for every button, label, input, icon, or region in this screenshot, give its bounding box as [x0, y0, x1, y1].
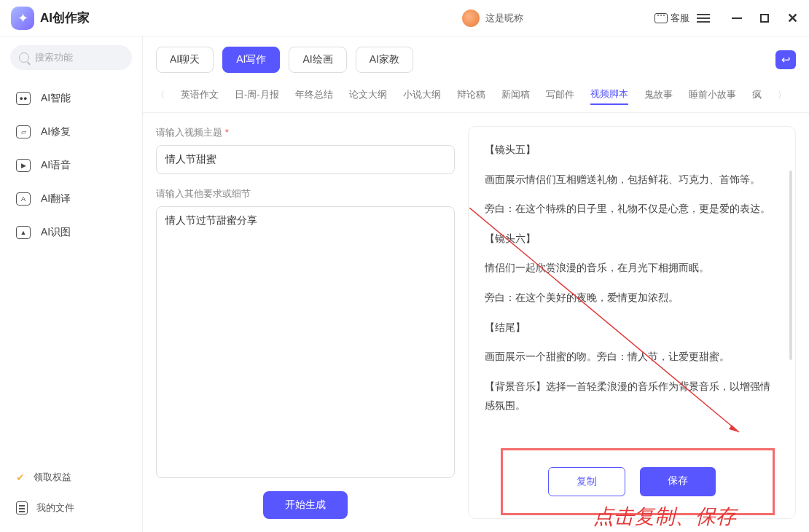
output-line: 【背景音乐】选择一首轻柔浪漫的音乐作为背景音乐，以增强情感氛围。: [485, 377, 779, 415]
copy-button[interactable]: 复制: [548, 467, 625, 496]
search-icon: [19, 52, 29, 63]
detail-textarea[interactable]: 情人节过节甜蜜分享: [156, 206, 455, 478]
user-info[interactable]: 这是昵称: [462, 9, 523, 27]
sidebar-files[interactable]: 我的文件: [10, 493, 132, 523]
main-tabs: AI聊天 AI写作 AI绘画 AI家教 ↩: [143, 36, 809, 79]
minimize-icon[interactable]: [732, 17, 742, 19]
back-button[interactable]: ↩: [775, 50, 796, 69]
close-icon[interactable]: ✕: [787, 10, 798, 26]
sidebar-item-ai-smart[interactable]: ●● AI智能: [10, 82, 132, 115]
subtab-active[interactable]: 视频脚本: [590, 85, 628, 105]
customer-service-label: 客服: [671, 12, 689, 25]
subtab[interactable]: 辩论稿: [457, 85, 485, 104]
output-line: 旁白：在这个美好的夜晚，爱情更加浓烈。: [485, 288, 779, 308]
output-buttons: 复制 保存: [485, 457, 779, 506]
sidebar-item-ai-translate[interactable]: A AI翻译: [10, 182, 132, 216]
vip-icon: ✔: [16, 472, 25, 483]
sidebar-item-label: AI语音: [41, 159, 71, 172]
tab-draw[interactable]: AI绘画: [289, 47, 346, 73]
detail-label: 请输入其他要求或细节: [156, 187, 455, 200]
subtab[interactable]: 论文大纲: [349, 85, 387, 104]
image-icon: ▲: [16, 226, 31, 239]
subtab[interactable]: 年终总结: [295, 85, 333, 104]
sidebar-item-label: AI智能: [41, 92, 71, 105]
sidebar-item-label: AI修复: [41, 125, 71, 138]
subtab[interactable]: 睡前小故事: [689, 85, 736, 104]
sidebar-item-label: AI识图: [41, 226, 71, 239]
vip-label: 领取权益: [34, 471, 71, 484]
main-area: AI聊天 AI写作 AI绘画 AI家教 ↩ 〈 英语作文 日-周-月报 年终总结…: [142, 36, 809, 532]
sidebar-item-ai-voice[interactable]: ▶ AI语音: [10, 149, 132, 182]
content: 请输入视频主题 * 情人节甜蜜 请输入其他要求或细节 情人节过节甜蜜分享 开始生…: [143, 113, 809, 532]
maximize-icon[interactable]: [760, 14, 769, 23]
output-line: 画面展示一个甜蜜的吻。旁白：情人节，让爱更甜蜜。: [485, 347, 779, 367]
sidebar-item-ai-repair[interactable]: ▱ AI修复: [10, 115, 132, 149]
sidebar-vip[interactable]: ✔ 领取权益: [10, 462, 132, 493]
topic-input[interactable]: 情人节甜蜜: [156, 145, 455, 174]
output-line: 旁白：在这个特殊的日子里，礼物不仅是心意，更是爱的表达。: [485, 199, 779, 219]
subtab[interactable]: 小说大纲: [403, 85, 441, 104]
tab-tutor[interactable]: AI家教: [356, 47, 413, 73]
app-title: AI创作家: [40, 9, 90, 26]
subtab[interactable]: 英语作文: [181, 85, 219, 104]
smart-icon: ●●: [16, 92, 31, 105]
chat-icon: [654, 13, 668, 23]
user-nickname: 这是昵称: [485, 12, 523, 25]
subtab[interactable]: 日-周-月报: [235, 85, 279, 104]
output-text: 【镜头五】 画面展示情侣们互相赠送礼物，包括鲜花、巧克力、首饰等。 旁白：在这个…: [485, 140, 779, 451]
translate-icon: A: [16, 192, 31, 206]
files-label: 我的文件: [36, 501, 74, 515]
subtab[interactable]: 疯: [752, 85, 762, 104]
annotation-text: 点击复制、保存: [593, 503, 736, 531]
voice-icon: ▶: [16, 159, 31, 172]
search-placeholder: 搜索功能: [35, 51, 73, 64]
window-controls: ✕: [732, 10, 798, 26]
tab-write[interactable]: AI写作: [222, 47, 280, 73]
sidebar-item-ai-image[interactable]: ▲ AI识图: [10, 216, 132, 249]
menu-icon[interactable]: [697, 14, 710, 23]
subtabs: 〈 英语作文 日-周-月报 年终总结 论文大纲 小说大纲 辩论稿 新闻稿 写邮件…: [143, 79, 809, 113]
titlebar: ✦ AI创作家 这是昵称 客服 ✕: [0, 0, 809, 36]
output-line: 画面展示情侣们互相赠送礼物，包括鲜花、巧克力、首饰等。: [485, 170, 779, 189]
app-logo-icon: ✦: [11, 7, 34, 30]
tab-chat[interactable]: AI聊天: [156, 47, 214, 73]
avatar-icon: [462, 9, 480, 27]
output-line: 情侣们一起欣赏浪漫的音乐，在月光下相拥而眠。: [485, 258, 779, 278]
output-line: 【镜头六】: [485, 229, 779, 249]
output-line: 【结尾】: [485, 318, 779, 337]
logo-wrap: ✦ AI创作家: [11, 7, 90, 30]
subtab[interactable]: 鬼故事: [644, 85, 673, 104]
chevron-left-icon[interactable]: 〈: [156, 89, 165, 101]
generate-button[interactable]: 开始生成: [263, 491, 348, 519]
input-panel: 请输入视频主题 * 情人节甜蜜 请输入其他要求或细节 情人节过节甜蜜分享 开始生…: [156, 126, 455, 519]
subtab[interactable]: 写邮件: [546, 85, 574, 104]
chevron-right-icon[interactable]: 〉: [778, 89, 786, 101]
output-panel: 【镜头五】 画面展示情侣们互相赠送礼物，包括鲜花、巧克力、首饰等。 旁白：在这个…: [468, 126, 796, 519]
output-line: 【镜头五】: [485, 140, 779, 160]
customer-service-button[interactable]: 客服: [654, 12, 689, 25]
sidebar-item-label: AI翻译: [41, 192, 71, 206]
topic-label: 请输入视频主题 *: [156, 126, 455, 139]
repair-icon: ▱: [16, 125, 31, 138]
search-input[interactable]: 搜索功能: [10, 45, 132, 70]
file-icon: [16, 501, 28, 515]
scrollbar-icon[interactable]: [789, 171, 792, 360]
sidebar: 搜索功能 ●● AI智能 ▱ AI修复 ▶ AI语音 A AI翻译 ▲ AI识图…: [0, 36, 142, 532]
subtab[interactable]: 新闻稿: [501, 85, 530, 104]
save-button[interactable]: 保存: [640, 467, 716, 496]
